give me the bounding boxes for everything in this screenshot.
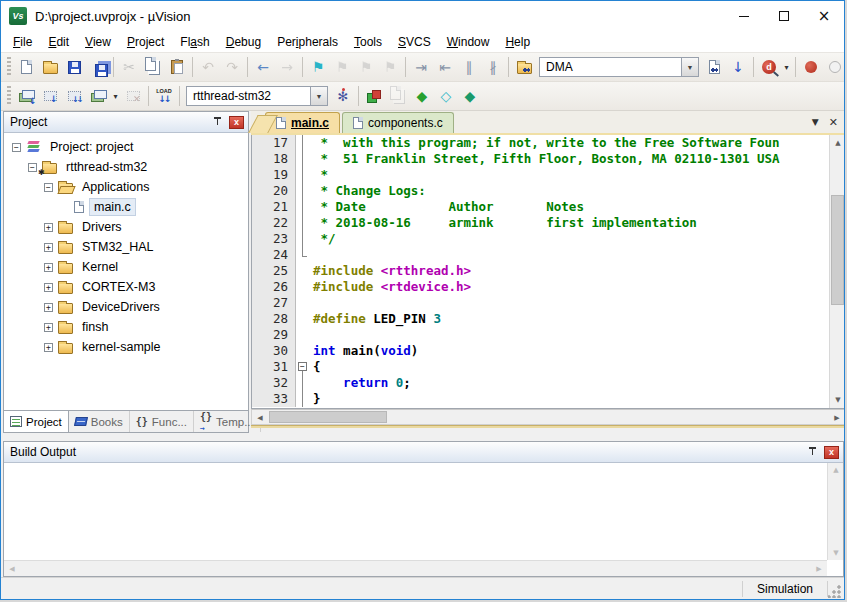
tree-item-kernel[interactable]: +Kernel [4, 257, 248, 277]
code-line[interactable]: 32 return 0; [252, 375, 845, 391]
target-select-dropdown-button[interactable]: ▼ [310, 87, 327, 105]
tree-expander[interactable]: − [28, 163, 37, 172]
editor-body[interactable]: 17 * with this program; if not, write to… [251, 135, 845, 409]
build-output-close-button[interactable]: x [824, 446, 839, 459]
code-line[interactable]: 21 * Date Author Notes [252, 199, 845, 215]
menu-svcs[interactable]: SVCS [390, 33, 439, 51]
new-file-button[interactable] [14, 56, 38, 78]
menu-peripherals[interactable]: Peripherals [269, 33, 346, 51]
navigate-back-button[interactable]: ← [251, 56, 275, 78]
cut-button[interactable]: ✂ [117, 56, 141, 78]
menu-tools[interactable]: Tools [346, 33, 390, 51]
tree-item-devicedrivers[interactable]: +DeviceDrivers [4, 297, 248, 317]
comment-selection-button[interactable]: ∥ [457, 56, 481, 78]
uncomment-selection-button[interactable]: ∦ [481, 56, 505, 78]
tab-list-dropdown-icon[interactable]: ▼ [812, 117, 819, 127]
rebuild-all-button[interactable] [62, 85, 86, 107]
toolbar1-grip[interactable] [7, 57, 11, 77]
code-line[interactable]: 28#define LED_PIN 3 [252, 311, 845, 327]
start-stop-debug-button[interactable] [757, 56, 781, 78]
tree-expander[interactable]: + [44, 263, 53, 272]
editor-vertical-scrollbar[interactable]: ▲ ▼ [829, 135, 845, 408]
code-line[interactable]: 29 [252, 327, 845, 343]
scroll-up-icon[interactable]: ▲ [830, 135, 845, 151]
next-bookmark-button[interactable]: ⚑ [354, 56, 378, 78]
build-output-vertical-scrollbar[interactable]: ▲ ▼ [827, 463, 843, 560]
translate-file-button[interactable] [14, 85, 38, 107]
fold-collapse-icon[interactable]: − [298, 362, 307, 371]
code-line[interactable]: 23 */ [252, 231, 845, 247]
tree-expander[interactable]: + [44, 303, 53, 312]
editor-horizontal-scrollbar[interactable]: ◀ ▶ [251, 409, 845, 425]
pin-icon[interactable] [213, 116, 223, 128]
code-line[interactable]: 25#include <rtthread.h> [252, 263, 845, 279]
select-software-packs-button[interactable]: ◇ [434, 85, 458, 107]
tree-expander[interactable]: + [44, 283, 53, 292]
debug-dropdown-button[interactable]: ▾ [781, 56, 792, 78]
horizontal-scroll-thumb[interactable] [269, 411, 387, 423]
unindent-button[interactable]: ⇤ [433, 56, 457, 78]
code-line[interactable]: 30int main(void) [252, 343, 845, 359]
search-combo[interactable]: DMA▼ [539, 57, 699, 77]
tree-expander[interactable]: − [12, 143, 21, 152]
tree-item-finsh[interactable]: +finsh [4, 317, 248, 337]
project-panel-close-button[interactable]: x [229, 116, 244, 129]
tree-item-project-project[interactable]: −Project: project [4, 137, 248, 157]
find-in-files-button[interactable] [702, 56, 726, 78]
scroll-right-icon[interactable]: ▶ [829, 410, 845, 425]
tree-item-main-c[interactable]: main.c [4, 197, 248, 217]
close-document-icon[interactable]: ✕ [829, 116, 838, 129]
target-select-combo[interactable]: rtthread-stm32▼ [186, 86, 328, 106]
tree-item-cortex-m3[interactable]: +CORTEX-M3 [4, 277, 248, 297]
tree-item-drivers[interactable]: +Drivers [4, 217, 248, 237]
paste-button[interactable] [165, 56, 189, 78]
menu-edit[interactable]: Edit [40, 33, 77, 51]
incremental-find-button[interactable]: ↓ [726, 56, 750, 78]
manage-multi-project-button[interactable] [386, 85, 410, 107]
batch-build-dropdown-button[interactable]: ▾ [110, 85, 121, 107]
indent-button[interactable]: ⇥ [409, 56, 433, 78]
menu-file[interactable]: File [5, 33, 40, 51]
menu-debug[interactable]: Debug [218, 33, 269, 51]
previous-bookmark-button[interactable]: ⚑ [330, 56, 354, 78]
tree-expander[interactable]: + [44, 223, 53, 232]
pack-installer-button[interactable]: ◆ [458, 85, 482, 107]
menu-help[interactable]: Help [497, 33, 538, 51]
download-button[interactable]: LOAD↓↓ [152, 85, 176, 107]
menu-window[interactable]: Window [439, 33, 498, 51]
code-line[interactable]: 22 * 2018-08-16 armink first implementat… [252, 215, 845, 231]
build-output-horizontal-scrollbar[interactable]: ◀ ▶ [4, 560, 827, 576]
code-line[interactable]: 31−{ [252, 359, 845, 375]
code-line[interactable]: 17 * with this program; if not, write to… [252, 135, 845, 151]
tree-item-stm32-hal[interactable]: +STM32_HAL [4, 237, 248, 257]
tree-item-kernel-sample[interactable]: +kernel-sample [4, 337, 248, 357]
tree-expander[interactable]: + [44, 343, 53, 352]
build-output-pin-icon[interactable] [808, 446, 818, 458]
minimize-button[interactable] [724, 1, 764, 31]
menu-view[interactable]: View [77, 33, 119, 51]
editor-tab-components-c[interactable]: components.c [342, 112, 454, 133]
enable-disable-breakpoint-button[interactable] [823, 56, 845, 78]
tree-expander[interactable]: − [44, 183, 53, 192]
redo-button[interactable]: ↷ [220, 56, 244, 78]
save-file-button[interactable] [62, 56, 86, 78]
insert-bookmark-button[interactable]: ⚑ [306, 56, 330, 78]
code-line[interactable]: 18 * 51 Franklin Street, Fifth Floor, Bo… [252, 151, 845, 167]
insert-remove-breakpoint-button[interactable] [799, 56, 823, 78]
code-area[interactable]: 17 * with this program; if not, write to… [252, 135, 845, 408]
file-extensions-button[interactable]: ◆ [410, 85, 434, 107]
menu-project[interactable]: Project [119, 33, 172, 51]
options-for-target-button[interactable]: ✻ [331, 85, 355, 107]
resize-grip[interactable] [828, 584, 842, 598]
panel-tab-func[interactable]: {}Func... [130, 411, 194, 432]
save-all-button[interactable] [86, 56, 110, 78]
batch-build-button[interactable] [86, 85, 110, 107]
scroll-down-icon[interactable]: ▼ [830, 392, 845, 408]
navigate-forward-button[interactable]: → [275, 56, 299, 78]
stop-build-button[interactable] [121, 85, 145, 107]
code-line[interactable]: 19 * [252, 167, 845, 183]
panel-tab-project[interactable]: Project [4, 411, 69, 432]
menu-flash[interactable]: Flash [172, 33, 217, 51]
close-button[interactable]: × [804, 1, 844, 31]
vertical-scroll-thumb[interactable] [831, 195, 844, 305]
